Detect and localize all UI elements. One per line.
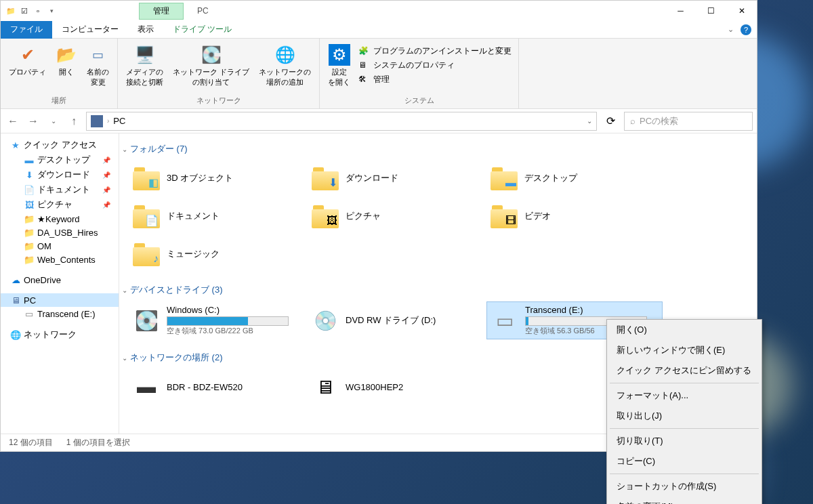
group-folders[interactable]: ⌄フォルダー (7)	[122, 140, 754, 158]
system-properties-button[interactable]: 🖥 システムのプロパティ	[358, 60, 512, 71]
settings-label: 設定 を開く	[328, 67, 350, 87]
explorer-icon: 📁	[5, 5, 17, 17]
breadcrumb-pc[interactable]: PC	[113, 116, 125, 126]
ribbon-group-system: ⚙ 設定 を開く 🧩 プログラムのアンインストールと変更 🖥 システムのプロパテ…	[320, 39, 519, 108]
map-drive-icon: 💽	[201, 44, 222, 66]
tab-computer[interactable]: コンピューター	[52, 20, 128, 39]
media-icon: 🖥️	[134, 44, 156, 66]
folder-downloads[interactable]: ⬇ダウンロード	[308, 161, 484, 196]
breadcrumb-sep-icon: ›	[107, 117, 109, 125]
navigation-bar: ← → ⌄ ↑ › PC ⌄ ⟳ ⌕ PCの検索	[1, 109, 757, 133]
help-icon[interactable]: ?	[741, 24, 751, 35]
back-button[interactable]: ←	[5, 113, 21, 129]
system-props-icon: 🖥	[358, 60, 369, 71]
network-icon: 🌐	[10, 329, 21, 340]
search-icon: ⌕	[630, 116, 635, 126]
properties-qat-icon[interactable]: ☑	[18, 5, 30, 17]
ribbon-tabs: ファイル コンピューター 表示 ドライブ ツール ⌄ ?	[1, 21, 757, 39]
open-button[interactable]: 📂 開く	[51, 43, 81, 79]
ctx-rename[interactable]: 名前の変更(M)	[607, 497, 762, 504]
tree-web-contents[interactable]: 📁Web_Contents	[1, 253, 119, 266]
folder-videos[interactable]: 🎞ビデオ	[486, 198, 663, 234]
status-count: 12 個の項目	[9, 437, 53, 448]
chevron-down-icon: ⌄	[122, 146, 127, 153]
folder-desktop[interactable]: ▬デスクトップ	[486, 161, 663, 196]
window-title: PC	[197, 6, 209, 16]
recent-dropdown[interactable]: ⌄	[45, 113, 62, 129]
tree-downloads[interactable]: ⬇ダウンロード📌	[1, 167, 119, 182]
ctx-format[interactable]: フォーマット(A)...	[607, 385, 762, 406]
ctx-separator	[610, 428, 759, 429]
folder-open-icon: 📂	[56, 44, 77, 66]
refresh-button[interactable]: ⟳	[601, 112, 620, 131]
drive-windows-c[interactable]: 💽 Windows (C:) 空き領域 73.0 GB/222 GB	[129, 301, 305, 339]
ctx-pin-quick-access[interactable]: クイック アクセスにピン留めする	[607, 360, 762, 381]
location-group-label: 場所	[5, 94, 113, 107]
pc-icon	[91, 115, 103, 127]
open-settings-button[interactable]: ⚙ 設定 を開く	[324, 43, 354, 89]
map-drive-label: ネットワーク ドライブ の割り当て	[173, 67, 249, 87]
ctx-eject[interactable]: 取り出し(J)	[607, 406, 762, 426]
tree-pictures[interactable]: 🖼ピクチャ📌	[1, 197, 119, 212]
tree-pc[interactable]: 🖥PC	[1, 293, 119, 307]
tab-drive-tools[interactable]: ドライブ ツール	[163, 20, 241, 39]
ctx-open-new-window[interactable]: 新しいウィンドウで開く(E)	[607, 340, 762, 360]
tree-onedrive[interactable]: ☁OneDrive	[1, 273, 119, 287]
folder-documents[interactable]: 📄ドキュメント	[129, 198, 305, 234]
tree-om[interactable]: 📁OM	[1, 239, 119, 253]
ribbon-group-network: 🖥️ メディアの 接続と切断 💽 ネットワーク ドライブ の割り当て 🌐 ネット…	[118, 39, 320, 108]
map-drive-button[interactable]: 💽 ネットワーク ドライブ の割り当て	[169, 43, 253, 89]
manage-contextual-tab[interactable]: 管理	[139, 3, 184, 20]
folder-icon: 📁	[24, 240, 35, 251]
minimize-button[interactable]: ─	[665, 1, 696, 21]
manage-icon: 🛠	[358, 75, 369, 85]
drive-icon: ▭	[24, 308, 35, 319]
group-drives[interactable]: ⌄デバイスとドライブ (3)	[122, 281, 754, 299]
tab-file[interactable]: ファイル	[1, 20, 52, 39]
add-network-location-button[interactable]: 🌐 ネットワークの 場所の追加	[255, 43, 315, 89]
ctx-copy[interactable]: コピー(C)	[607, 451, 762, 471]
tree-network[interactable]: 🌐ネットワーク	[1, 327, 119, 342]
ctx-cut[interactable]: 切り取り(T)	[607, 431, 762, 451]
maximize-button[interactable]: ☐	[696, 1, 726, 21]
dvd-drive-icon: 💿	[310, 306, 340, 335]
netloc-bdr[interactable]: ▬BDR - BDZ-EW520	[129, 369, 305, 404]
manage-button[interactable]: 🛠 管理	[358, 74, 512, 85]
address-dropdown-icon[interactable]: ⌄	[587, 117, 592, 125]
quick-access-toolbar: 📁 ☑ ▫ ▾	[1, 5, 58, 17]
search-input[interactable]: ⌕ PCの検索	[624, 112, 753, 131]
properties-button[interactable]: ✔ プロパティ	[5, 43, 50, 79]
folder-3d-objects[interactable]: ◧3D オブジェクト	[129, 161, 305, 196]
search-placeholder: PCの検索	[640, 115, 678, 127]
rename-icon: ▭	[87, 44, 109, 66]
rename-button[interactable]: ▭ 名前の 変更	[83, 43, 113, 89]
new-folder-qat-icon[interactable]: ▫	[32, 5, 44, 17]
tree-documents[interactable]: 📄ドキュメント📌	[1, 182, 119, 197]
ribbon-collapse-icon[interactable]: ⌄	[728, 25, 734, 34]
tree-quick-access[interactable]: ★クイック アクセス	[1, 138, 119, 152]
rename-label: 名前の 変更	[87, 67, 109, 87]
drive-dvd-d[interactable]: 💿 DVD RW ドライブ (D:)	[308, 301, 484, 339]
forward-button[interactable]: →	[25, 113, 41, 129]
ctx-open[interactable]: 開く(O)	[607, 320, 762, 340]
uninstall-programs-button[interactable]: 🧩 プログラムのアンインストールと変更	[358, 45, 512, 57]
tree-transcend[interactable]: ▭Transcend (E:)	[1, 307, 119, 320]
netloc-wg1800[interactable]: 🖥WG1800HEP2	[308, 369, 484, 404]
folder-icon: 📁	[24, 254, 35, 265]
tree-da-usb[interactable]: 📁DA_USB_Hires	[1, 226, 119, 239]
navigation-tree: ★クイック アクセス ▬デスクトップ📌 ⬇ダウンロード📌 📄ドキュメント📌 🖼ピ…	[1, 133, 119, 434]
dropdown-qat-icon[interactable]: ▾	[45, 5, 58, 17]
up-button[interactable]: ↑	[66, 113, 82, 129]
pictures-icon: 🖼	[24, 199, 35, 210]
tab-view[interactable]: 表示	[128, 20, 163, 39]
checkmark-icon: ✔	[17, 44, 39, 66]
tree-keyword[interactable]: 📁★Keyword	[1, 212, 119, 226]
address-bar[interactable]: › PC ⌄	[86, 112, 597, 131]
folder-pictures[interactable]: 🖼ピクチャ	[308, 198, 484, 234]
ctx-create-shortcut[interactable]: ショートカットの作成(S)	[607, 476, 762, 497]
tree-desktop[interactable]: ▬デスクトップ📌	[1, 152, 119, 167]
folder-music[interactable]: ♪ミュージック	[129, 236, 305, 272]
document-icon: 📄	[24, 184, 35, 195]
media-connect-button[interactable]: 🖥️ メディアの 接続と切断	[122, 43, 167, 89]
close-button[interactable]: ✕	[726, 1, 757, 21]
